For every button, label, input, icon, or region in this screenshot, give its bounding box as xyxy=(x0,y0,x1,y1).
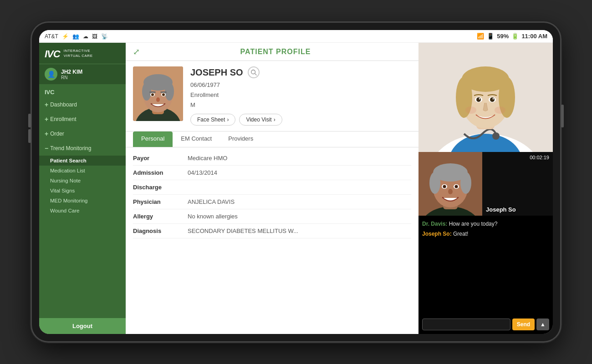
patient-dob: 06/06/1977 xyxy=(190,80,411,90)
svg-point-6 xyxy=(165,82,174,101)
chat-message-2: Joseph So: Great! xyxy=(422,229,549,239)
svg-point-43 xyxy=(455,185,458,188)
sidebar-sub-item-patient-search[interactable]: Patient Search xyxy=(39,156,126,166)
video-name-overlay: 00:02:19 Joseph So xyxy=(482,152,553,216)
sidebar-sub-item-wound-care[interactable]: Wound Care xyxy=(39,206,126,216)
svg-rect-11 xyxy=(149,91,156,93)
usb-icon: ⚡ xyxy=(62,33,69,40)
logo-mark: IVC xyxy=(45,47,60,59)
patient-gender: M xyxy=(190,100,411,110)
sidebar-item-dashboard[interactable]: + Dashboard xyxy=(39,97,126,112)
chat-sender-dr-davis: Dr. Davis: xyxy=(422,221,447,227)
tab-providers[interactable]: Providers xyxy=(220,131,261,147)
chat-input[interactable] xyxy=(422,318,510,330)
battery-icon: 🔋 xyxy=(511,33,519,40)
data-row-allergy: Allergy No known allergies xyxy=(133,209,411,224)
plus-icon: + xyxy=(45,101,48,108)
sidebar-item-label: Order xyxy=(50,131,64,137)
sidebar: IVC INTERACTIVE VIRTUAL CARE 👤 JH2 KIM R… xyxy=(39,43,126,334)
tab-personal[interactable]: Personal xyxy=(133,131,173,147)
patient-section: JOSEPH SO 06/06/1977 Enrollment xyxy=(126,61,418,131)
patient-photo xyxy=(133,66,183,121)
avatar: 👤 xyxy=(45,68,57,81)
svg-point-39 xyxy=(460,172,471,194)
svg-line-15 xyxy=(255,74,256,76)
svg-point-44 xyxy=(448,189,453,194)
svg-rect-12 xyxy=(160,91,167,93)
sidebar-item-enrollment[interactable]: + Enrollment xyxy=(39,112,126,126)
data-value-physician: ANJELICA DAVIS xyxy=(188,198,411,205)
send-button[interactable]: Send xyxy=(512,318,535,330)
face-sheet-button[interactable]: Face Sheet › xyxy=(190,114,235,126)
user-name: JH2 KIM xyxy=(61,69,82,75)
data-row-discharge: Discharge xyxy=(133,180,411,195)
data-value-admission: 04/13/2014 xyxy=(188,169,411,176)
svg-point-27 xyxy=(476,97,481,102)
logout-button[interactable]: Logout xyxy=(39,318,126,334)
chat-input-row: Send ▲ xyxy=(422,318,549,330)
svg-point-29 xyxy=(479,98,480,100)
data-row-admission: Admission 04/13/2014 xyxy=(133,166,411,180)
plus-icon: + xyxy=(45,130,48,137)
data-label-discharge: Discharge xyxy=(133,184,188,191)
data-label-allergy: Allergy xyxy=(133,213,188,220)
chat-messages: Dr. Davis: How are you today? Joseph So:… xyxy=(422,219,549,316)
video-patient-name: Joseph So xyxy=(486,206,549,213)
page-title: PATIENT PROFILE xyxy=(140,48,411,56)
sidebar-item-order[interactable]: + Order xyxy=(39,126,126,141)
sidebar-sub-item-vital-signs[interactable]: Vital Signs xyxy=(39,186,126,196)
chat-message-1: Dr. Davis: How are you today? xyxy=(422,219,549,229)
svg-point-42 xyxy=(443,185,446,188)
data-label-physician: Physician xyxy=(133,198,188,205)
doctor-video xyxy=(418,43,553,152)
svg-point-13 xyxy=(156,97,160,102)
patient-status: Enrollment xyxy=(190,90,411,100)
svg-point-30 xyxy=(493,98,494,100)
profile-tabs: Personal EM Contact Providers xyxy=(126,131,418,147)
svg-point-10 xyxy=(162,93,165,96)
sidebar-logo: IVC INTERACTIVE VIRTUAL CARE xyxy=(39,43,126,64)
svg-point-32 xyxy=(495,106,505,114)
tab-em-contact[interactable]: EM Contact xyxy=(173,131,220,147)
patient-details: JOSEPH SO 06/06/1977 Enrollment xyxy=(190,66,411,126)
sidebar-item-label: Enrollment xyxy=(50,116,76,122)
chat-text-1: How are you today? xyxy=(449,221,498,227)
signal-icon: 📱 xyxy=(487,33,494,40)
data-value-allergy: No known allergies xyxy=(188,213,411,220)
data-value-discharge xyxy=(188,184,411,191)
section-label: IVC xyxy=(39,84,126,97)
sidebar-item-label: Trend Monitoring xyxy=(50,145,91,152)
patient-search-button[interactable] xyxy=(248,66,260,78)
sidebar-item-trend-monitoring[interactable]: − Trend Monitoring xyxy=(39,141,126,156)
svg-point-31 xyxy=(465,106,476,114)
data-label-diagnosis: Diagnosis xyxy=(133,228,188,234)
data-value-diagnosis: SECONDARY DIABETES MELLITUS W... xyxy=(188,228,411,234)
svg-point-19 xyxy=(492,132,500,140)
sidebar-sub-item-medication-list[interactable]: Medication List xyxy=(39,166,126,176)
sidebar-sub-item-nursing-note[interactable]: Nursing Note xyxy=(39,176,126,186)
chat-sender-joseph-so: Joseph So: xyxy=(422,231,452,237)
status-bar: AT&T ⚡ 👥 ☁ 🖼 📡 📶 📱 59% 🔋 11:00 AM xyxy=(39,30,553,43)
sidebar-sub-item-med-monitoring[interactable]: MED Monitoring xyxy=(39,196,126,206)
profile-data: Payor Medicare HMO Admission 04/13/2014 … xyxy=(126,147,418,334)
collapse-icon[interactable]: ⤢ xyxy=(133,47,140,57)
content-header: ⤢ PATIENT PROFILE xyxy=(126,43,418,61)
time-label: 11:00 AM xyxy=(521,33,547,40)
logo-text: INTERACTIVE VIRTUAL CARE xyxy=(64,48,93,58)
video-panel: 00:02:19 Joseph So Dr. Davis: How are yo… xyxy=(418,43,553,334)
sidebar-user: 👤 JH2 KIM RN xyxy=(39,64,126,84)
svg-point-5 xyxy=(142,82,151,101)
battery-label: 59% xyxy=(497,33,509,40)
chat-section: Dr. Davis: How are you today? Joseph So:… xyxy=(418,216,553,334)
up-button[interactable]: ▲ xyxy=(536,318,549,330)
upload-icon: ☁ xyxy=(83,33,88,40)
user-role: RN xyxy=(61,75,82,80)
plus-icon: + xyxy=(45,116,48,123)
minus-icon: − xyxy=(45,145,48,152)
video-visit-button[interactable]: Video Visit › xyxy=(239,114,282,126)
svg-point-9 xyxy=(151,93,154,96)
svg-point-28 xyxy=(490,97,495,102)
sidebar-item-label: Dashboard xyxy=(50,101,77,108)
svg-point-38 xyxy=(429,172,440,194)
data-value-payor: Medicare HMO xyxy=(188,155,411,162)
